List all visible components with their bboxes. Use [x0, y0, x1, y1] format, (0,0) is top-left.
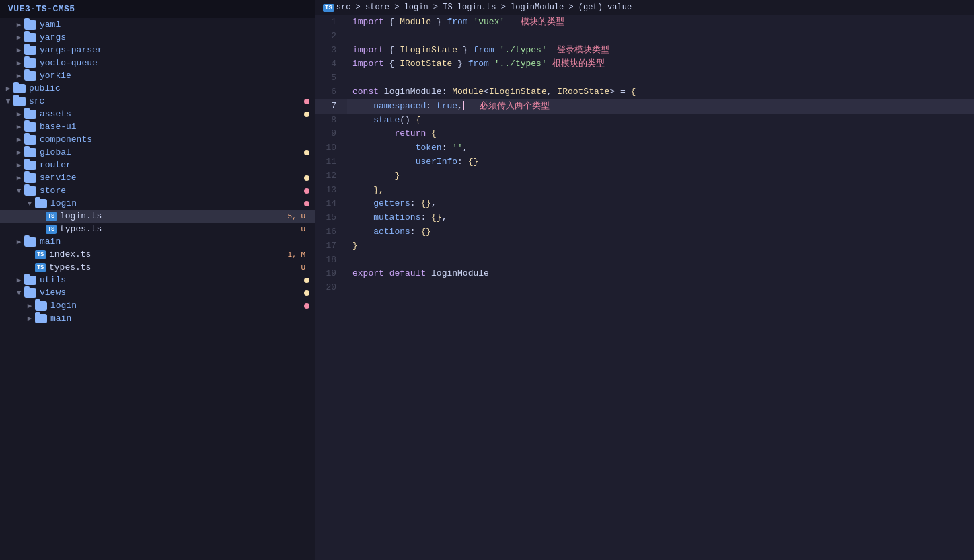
line-content[interactable]: const loginModule: Module<ILoginState, I… — [347, 85, 974, 99]
folder-icon — [24, 33, 36, 42]
sidebar-item-store[interactable]: ▼store — [0, 184, 315, 197]
folder-label: public — [29, 83, 315, 93]
line-content[interactable]: getters: {}, — [347, 197, 974, 211]
sidebar-item-service[interactable]: ▶service — [0, 171, 315, 184]
sidebar-item-yargs[interactable]: ▶yargs — [0, 31, 315, 44]
status-dot — [304, 150, 309, 155]
folder-icon — [24, 173, 36, 183]
sidebar-item-public[interactable]: ▶public — [0, 82, 315, 95]
chevron-icon: ▶ — [13, 173, 24, 182]
line-number: 4 — [315, 57, 347, 71]
sidebar-item-views[interactable]: ▼views — [0, 286, 315, 299]
line-content[interactable] — [347, 71, 974, 85]
folder-label: views — [40, 288, 304, 298]
sidebar-item-global[interactable]: ▶global — [0, 146, 315, 159]
sidebar-item-assets[interactable]: ▶assets — [0, 108, 315, 120]
line-number: 2 — [315, 30, 347, 44]
token-type: IRootState — [557, 87, 609, 97]
code-line-12: 12 } — [315, 169, 974, 184]
ts-icon: TS — [35, 250, 46, 259]
sidebar: VUE3-TS-CMS5 ▶yaml▶yargs▶yargs-parser▶yo… — [0, 0, 315, 560]
line-content[interactable]: import { IRootState } from '../types' 根模… — [347, 57, 974, 71]
sidebar-item-src[interactable]: ▼src — [0, 95, 315, 108]
chevron-icon: ▶ — [24, 314, 35, 323]
line-number: 5 — [315, 71, 347, 85]
token-comment-cn: 登录模块类型 — [557, 45, 609, 55]
line-content[interactable]: mutations: {}, — [347, 211, 974, 225]
sidebar-item-router[interactable]: ▶router — [0, 159, 315, 171]
token-str: '' — [452, 143, 463, 153]
folder-icon — [24, 20, 36, 30]
line-content[interactable]: return { — [347, 127, 974, 141]
ts-icon: TS — [46, 225, 57, 234]
line-number: 13 — [315, 184, 347, 198]
folder-icon — [13, 84, 26, 93]
sidebar-item-yaml[interactable]: ▶yaml — [0, 18, 315, 31]
folder-icon — [24, 186, 36, 196]
sidebar-item-main[interactable]: ▶main — [0, 235, 315, 248]
sidebar-item-yocto-queue[interactable]: ▶yocto-queue — [0, 56, 315, 69]
line-content[interactable]: } — [347, 169, 974, 184]
folder-icon — [35, 301, 47, 311]
sidebar-item-index.ts[interactable]: TSindex.ts1, M — [0, 248, 315, 261]
line-number: 17 — [315, 239, 347, 253]
file-label: types.ts — [49, 262, 294, 272]
folder-icon — [24, 110, 36, 119]
line-content[interactable]: } — [347, 239, 974, 253]
code-line-18: 18 — [315, 253, 974, 268]
sidebar-header: VUE3-TS-CMS5 — [0, 0, 315, 18]
sidebar-item-types.ts-login[interactable]: TStypes.tsU — [0, 223, 315, 235]
line-content[interactable]: token: '', — [347, 141, 974, 155]
file-badge: U — [297, 225, 309, 233]
sidebar-item-base-ui[interactable]: ▶base-ui — [0, 120, 315, 133]
line-content[interactable]: state() { — [347, 114, 974, 128]
sidebar-item-yorkie[interactable]: ▶yorkie — [0, 69, 315, 82]
sidebar-item-yargs-parser[interactable]: ▶yargs-parser — [0, 44, 315, 56]
folder-label: global — [40, 147, 304, 157]
line-number: 9 — [315, 127, 347, 141]
line-content[interactable]: actions: {} — [347, 225, 974, 239]
token-punc — [352, 227, 373, 237]
sidebar-item-utils[interactable]: ▶utils — [0, 274, 315, 286]
line-content[interactable]: import { Module } from 'vuex' 模块的类型 — [347, 15, 974, 30]
token-prop: token — [416, 143, 442, 153]
sidebar-item-login-view[interactable]: ▶login — [0, 299, 315, 312]
sidebar-item-login[interactable]: ▼login — [0, 197, 315, 210]
folder-label: main — [50, 313, 315, 323]
folder-label: components — [40, 134, 315, 145]
folder-icon — [13, 97, 26, 106]
code-area[interactable]: 1import { Module } from 'vuex' 模块的类型23im… — [315, 15, 974, 560]
token-punc — [384, 268, 389, 278]
token-kw2: true — [437, 101, 457, 111]
token-type: ILoginState — [400, 45, 457, 55]
chevron-icon: ▶ — [13, 276, 24, 284]
status-dot — [304, 201, 309, 206]
line-content[interactable]: userInfo: {} — [347, 155, 974, 169]
sidebar-item-types.ts-store[interactable]: TStypes.tsU — [0, 261, 315, 274]
sidebar-item-main-view[interactable]: ▶main — [0, 312, 315, 325]
code-line-5: 5 — [315, 71, 974, 85]
token-punc: , — [547, 87, 558, 97]
sidebar-item-login.ts[interactable]: TSlogin.ts5, U — [0, 210, 315, 223]
code-line-14: 14 getters: {}, — [315, 197, 974, 211]
line-content[interactable] — [347, 281, 974, 295]
file-label: index.ts — [49, 249, 281, 259]
token-kw: return — [394, 128, 426, 138]
line-content[interactable]: namespaced: true, 必须传入两个类型 — [347, 99, 974, 114]
token-punc — [352, 143, 416, 153]
line-content[interactable]: }, — [347, 184, 974, 198]
token-str: '../types' — [494, 58, 547, 69]
sidebar-item-components[interactable]: ▶components — [0, 133, 315, 146]
folder-icon — [24, 46, 36, 55]
line-content[interactable]: export default loginModule — [347, 267, 974, 281]
code-line-13: 13 }, — [315, 184, 974, 198]
token-punc — [352, 171, 394, 181]
line-number: 15 — [315, 211, 347, 225]
token-prop: actions — [373, 227, 410, 237]
line-content[interactable] — [347, 30, 974, 44]
line-content[interactable]: import { ILoginState } from './types' 登录… — [347, 44, 974, 58]
code-line-19: 19export default loginModule — [315, 267, 974, 281]
token-brace: { — [416, 115, 421, 125]
code-line-8: 8 state() { — [315, 114, 974, 128]
line-content[interactable] — [347, 253, 974, 268]
